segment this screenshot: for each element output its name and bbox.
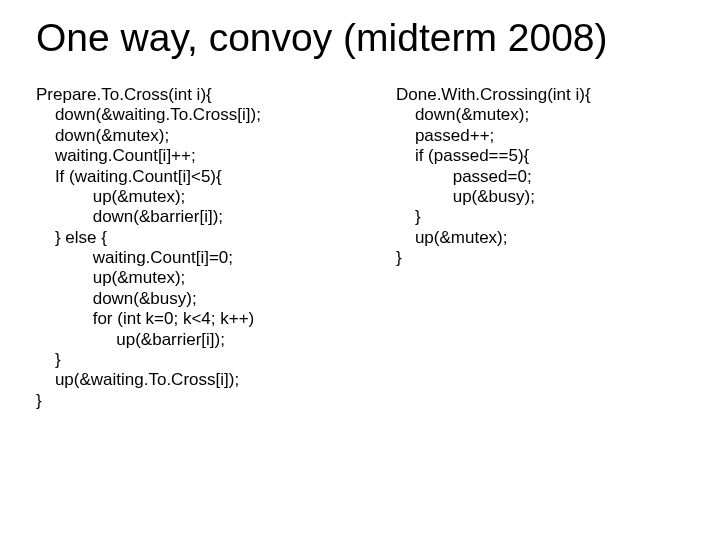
prepare-to-cross-code: Prepare.To.Cross(int i){ down(&waiting.T…	[36, 85, 396, 411]
slide: One way, convoy (midterm 2008) Prepare.T…	[0, 0, 720, 540]
done-with-crossing-code: Done.With.Crossing(int i){ down(&mutex);…	[396, 85, 684, 269]
content-columns: Prepare.To.Cross(int i){ down(&waiting.T…	[36, 85, 684, 411]
slide-title: One way, convoy (midterm 2008)	[36, 18, 684, 59]
right-column: Done.With.Crossing(int i){ down(&mutex);…	[396, 85, 684, 269]
left-column: Prepare.To.Cross(int i){ down(&waiting.T…	[36, 85, 396, 411]
